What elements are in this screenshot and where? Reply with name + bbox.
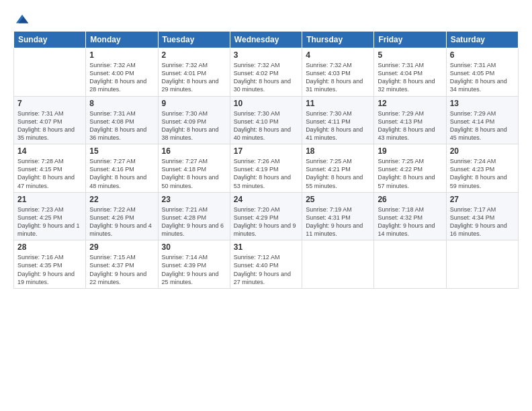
day-number: 9 bbox=[162, 99, 226, 108]
day-number: 17 bbox=[234, 146, 298, 156]
cell-info: Sunrise: 7:23 AMSunset: 4:25 PMDaylight:… bbox=[17, 205, 82, 238]
logo-icon bbox=[15, 12, 30, 27]
cell-info: Sunrise: 7:25 AMSunset: 4:22 PMDaylight:… bbox=[378, 157, 442, 190]
day-number: 3 bbox=[234, 50, 298, 60]
day-number: 18 bbox=[306, 146, 370, 156]
cell-info: Sunrise: 7:27 AMSunset: 4:16 PMDaylight:… bbox=[89, 157, 154, 190]
cell-info: Sunrise: 7:31 AMSunset: 4:04 PMDaylight:… bbox=[378, 61, 442, 94]
day-number: 24 bbox=[234, 195, 298, 204]
day-number: 31 bbox=[234, 242, 298, 252]
day-number: 5 bbox=[378, 50, 442, 60]
day-number: 8 bbox=[89, 99, 154, 108]
header bbox=[13, 12, 519, 24]
calendar-cell: 22Sunrise: 7:22 AMSunset: 4:26 PMDayligh… bbox=[86, 192, 158, 240]
cell-info: Sunrise: 7:32 AMSunset: 4:03 PMDaylight:… bbox=[306, 61, 370, 94]
day-number: 30 bbox=[162, 242, 226, 252]
cell-info: Sunrise: 7:30 AMSunset: 4:09 PMDaylight:… bbox=[162, 109, 226, 142]
day-number: 13 bbox=[450, 99, 515, 108]
calendar-cell: 29Sunrise: 7:15 AMSunset: 4:37 PMDayligh… bbox=[86, 240, 158, 289]
day-number: 6 bbox=[450, 50, 515, 60]
header-thursday: Thursday bbox=[302, 32, 374, 48]
calendar-cell: 6Sunrise: 7:31 AMSunset: 4:05 PMDaylight… bbox=[446, 48, 518, 97]
calendar-cell: 13Sunrise: 7:29 AMSunset: 4:14 PMDayligh… bbox=[446, 96, 518, 144]
day-number: 15 bbox=[89, 146, 154, 156]
calendar-cell: 16Sunrise: 7:27 AMSunset: 4:18 PMDayligh… bbox=[158, 144, 230, 193]
calendar-cell: 23Sunrise: 7:21 AMSunset: 4:28 PMDayligh… bbox=[158, 192, 230, 240]
calendar-cell: 31Sunrise: 7:12 AMSunset: 4:40 PMDayligh… bbox=[230, 240, 302, 289]
cell-info: Sunrise: 7:28 AMSunset: 4:15 PMDaylight:… bbox=[17, 157, 82, 190]
cell-info: Sunrise: 7:22 AMSunset: 4:26 PMDaylight:… bbox=[89, 205, 154, 238]
day-number: 21 bbox=[17, 195, 82, 204]
cell-info: Sunrise: 7:18 AMSunset: 4:32 PMDaylight:… bbox=[378, 205, 442, 238]
cell-info: Sunrise: 7:15 AMSunset: 4:37 PMDaylight:… bbox=[89, 253, 154, 286]
cell-info: Sunrise: 7:19 AMSunset: 4:31 PMDaylight:… bbox=[306, 205, 370, 238]
calendar-header-row: SundayMondayTuesdayWednesdayThursdayFrid… bbox=[14, 32, 519, 48]
cell-info: Sunrise: 7:30 AMSunset: 4:10 PMDaylight:… bbox=[234, 109, 298, 142]
day-number: 7 bbox=[17, 99, 82, 108]
day-number: 22 bbox=[89, 195, 154, 204]
calendar-cell: 11Sunrise: 7:30 AMSunset: 4:11 PMDayligh… bbox=[302, 96, 374, 144]
calendar-cell: 20Sunrise: 7:24 AMSunset: 4:23 PMDayligh… bbox=[446, 144, 518, 193]
cell-info: Sunrise: 7:27 AMSunset: 4:18 PMDaylight:… bbox=[162, 157, 226, 190]
calendar-cell: 21Sunrise: 7:23 AMSunset: 4:25 PMDayligh… bbox=[14, 192, 86, 240]
header-friday: Friday bbox=[374, 32, 446, 48]
calendar-cell: 24Sunrise: 7:20 AMSunset: 4:29 PMDayligh… bbox=[230, 192, 302, 240]
day-number: 1 bbox=[89, 50, 154, 60]
week-row-3: 21Sunrise: 7:23 AMSunset: 4:25 PMDayligh… bbox=[14, 192, 519, 240]
calendar-cell: 12Sunrise: 7:29 AMSunset: 4:13 PMDayligh… bbox=[374, 96, 446, 144]
calendar-cell: 4Sunrise: 7:32 AMSunset: 4:03 PMDaylight… bbox=[302, 48, 374, 97]
calendar-cell: 30Sunrise: 7:14 AMSunset: 4:39 PMDayligh… bbox=[158, 240, 230, 289]
cell-info: Sunrise: 7:31 AMSunset: 4:07 PMDaylight:… bbox=[17, 109, 82, 142]
week-row-2: 14Sunrise: 7:28 AMSunset: 4:15 PMDayligh… bbox=[14, 144, 519, 193]
cell-info: Sunrise: 7:31 AMSunset: 4:08 PMDaylight:… bbox=[89, 109, 154, 142]
calendar-cell: 1Sunrise: 7:32 AMSunset: 4:00 PMDaylight… bbox=[86, 48, 158, 97]
calendar-cell bbox=[374, 240, 446, 289]
cell-info: Sunrise: 7:12 AMSunset: 4:40 PMDaylight:… bbox=[234, 253, 298, 286]
cell-info: Sunrise: 7:17 AMSunset: 4:34 PMDaylight:… bbox=[450, 205, 515, 238]
cell-info: Sunrise: 7:32 AMSunset: 4:01 PMDaylight:… bbox=[162, 61, 226, 94]
calendar-cell: 28Sunrise: 7:16 AMSunset: 4:35 PMDayligh… bbox=[14, 240, 86, 289]
cell-info: Sunrise: 7:24 AMSunset: 4:23 PMDaylight:… bbox=[450, 157, 515, 190]
week-row-0: 1Sunrise: 7:32 AMSunset: 4:00 PMDaylight… bbox=[14, 48, 519, 97]
cell-info: Sunrise: 7:26 AMSunset: 4:19 PMDaylight:… bbox=[234, 157, 298, 190]
cell-info: Sunrise: 7:32 AMSunset: 4:00 PMDaylight:… bbox=[89, 61, 154, 94]
calendar-cell bbox=[446, 240, 518, 289]
header-tuesday: Tuesday bbox=[158, 32, 230, 48]
day-number: 2 bbox=[162, 50, 226, 60]
calendar-cell: 14Sunrise: 7:28 AMSunset: 4:15 PMDayligh… bbox=[14, 144, 86, 193]
day-number: 12 bbox=[378, 99, 442, 108]
calendar-cell: 7Sunrise: 7:31 AMSunset: 4:07 PMDaylight… bbox=[14, 96, 86, 144]
day-number: 25 bbox=[306, 195, 370, 204]
day-number: 28 bbox=[17, 242, 82, 252]
header-saturday: Saturday bbox=[446, 32, 518, 48]
header-wednesday: Wednesday bbox=[230, 32, 302, 48]
day-number: 27 bbox=[450, 195, 515, 204]
header-monday: Monday bbox=[86, 32, 158, 48]
calendar-cell: 17Sunrise: 7:26 AMSunset: 4:19 PMDayligh… bbox=[230, 144, 302, 193]
calendar-cell: 26Sunrise: 7:18 AMSunset: 4:32 PMDayligh… bbox=[374, 192, 446, 240]
calendar-cell: 3Sunrise: 7:32 AMSunset: 4:02 PMDaylight… bbox=[230, 48, 302, 97]
day-number: 14 bbox=[17, 146, 82, 156]
page: SundayMondayTuesdayWednesdayThursdayFrid… bbox=[0, 0, 532, 295]
cell-info: Sunrise: 7:32 AMSunset: 4:02 PMDaylight:… bbox=[234, 61, 298, 94]
logo bbox=[13, 12, 30, 24]
calendar-cell: 25Sunrise: 7:19 AMSunset: 4:31 PMDayligh… bbox=[302, 192, 374, 240]
cell-info: Sunrise: 7:25 AMSunset: 4:21 PMDaylight:… bbox=[306, 157, 370, 190]
header-sunday: Sunday bbox=[14, 32, 86, 48]
calendar-cell: 10Sunrise: 7:30 AMSunset: 4:10 PMDayligh… bbox=[230, 96, 302, 144]
day-number: 29 bbox=[89, 242, 154, 252]
cell-info: Sunrise: 7:21 AMSunset: 4:28 PMDaylight:… bbox=[162, 205, 226, 238]
day-number: 26 bbox=[378, 195, 442, 204]
day-number: 23 bbox=[162, 195, 226, 204]
cell-info: Sunrise: 7:20 AMSunset: 4:29 PMDaylight:… bbox=[234, 205, 298, 238]
cell-info: Sunrise: 7:14 AMSunset: 4:39 PMDaylight:… bbox=[162, 253, 226, 286]
cell-info: Sunrise: 7:29 AMSunset: 4:14 PMDaylight:… bbox=[450, 109, 515, 142]
calendar-cell: 19Sunrise: 7:25 AMSunset: 4:22 PMDayligh… bbox=[374, 144, 446, 193]
day-number: 11 bbox=[306, 99, 370, 108]
calendar: SundayMondayTuesdayWednesdayThursdayFrid… bbox=[13, 31, 519, 289]
day-number: 10 bbox=[234, 99, 298, 108]
calendar-cell bbox=[14, 48, 86, 97]
cell-info: Sunrise: 7:29 AMSunset: 4:13 PMDaylight:… bbox=[378, 109, 442, 142]
calendar-cell bbox=[302, 240, 374, 289]
day-number: 16 bbox=[162, 146, 226, 156]
